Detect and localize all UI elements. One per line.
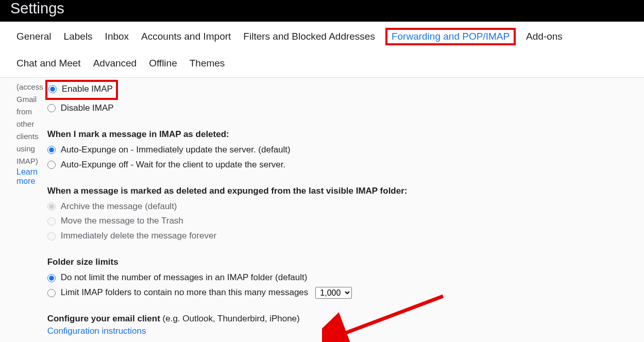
last-folder-group: When a message is marked as deleted and … [47,186,644,244]
limit-radio[interactable] [47,289,56,297]
settings-tabs: General Labels Inbox Accounts and Import… [0,22,644,78]
configure-bold: Configure your email client [47,314,160,323]
enable-imap-label: Enable IMAP [62,82,113,97]
tab-offline[interactable]: Offline [149,58,177,69]
delete-forever-label: Immediately delete the message forever [61,229,216,244]
configuration-instructions-link[interactable]: Configuration instructions [47,326,146,336]
disable-imap-label: Disable IMAP [61,101,114,116]
tab-labels[interactable]: Labels [64,31,93,42]
tab-addons[interactable]: Add-ons [526,31,563,42]
tab-advanced[interactable]: Advanced [93,58,137,69]
header-bar: Settings [0,0,644,22]
folder-limits-group: Folder size limits Do not limit the numb… [47,257,644,300]
settings-options: Enable IMAP Disable IMAP When I mark a m… [47,78,644,342]
highlight-forwarding-tab: Forwarding and POP/IMAP [385,28,516,45]
limit-row[interactable]: Limit IMAP folders to contain no more th… [47,285,644,300]
nolimit-label: Do not limit the number of messages in a… [61,270,308,285]
archive-radio[interactable] [47,202,56,211]
tab-general[interactable]: General [16,31,52,42]
trash-label: Move the message to the Trash [61,214,183,229]
tab-chat[interactable]: Chat and Meet [16,58,81,69]
page-title: Settings [10,0,64,16]
tab-accounts[interactable]: Accounts and Import [141,31,231,42]
tab-themes[interactable]: Themes [190,58,225,69]
settings-content: (access Gmail from other clients using I… [0,78,644,342]
tab-inbox[interactable]: Inbox [105,31,129,42]
disable-imap-row[interactable]: Disable IMAP [47,101,644,116]
expunge-on-radio[interactable] [47,146,56,154]
limit-label: Limit IMAP folders to contain no more th… [61,285,309,300]
disable-imap-radio[interactable] [47,104,56,112]
configure-line: Configure your email client (e.g. Outloo… [47,314,644,324]
configure-rest: (e.g. Outlook, Thunderbird, iPhone) [160,314,300,323]
highlight-enable-imap: Enable IMAP [45,80,118,100]
expunge-title: When I mark a message in IMAP as deleted… [47,129,644,140]
expunge-off-label: Auto-Expunge off - Wait for the client t… [61,158,286,173]
tab-filters[interactable]: Filters and Blocked Addresses [243,31,375,42]
last-folder-title: When a message is marked as deleted and … [47,186,644,196]
expunge-group: When I mark a message in IMAP as deleted… [47,129,644,173]
delete-forever-radio[interactable] [47,232,56,241]
section-side-label: (access Gmail from other clients using I… [16,78,47,342]
delete-forever-row[interactable]: Immediately delete the message forever [47,229,644,244]
enable-imap-radio[interactable] [48,85,57,93]
archive-label: Archive the message (default) [61,199,177,214]
limit-count-select[interactable]: 1,000 [315,287,352,299]
trash-row[interactable]: Move the message to the Trash [47,214,644,229]
folder-limits-title: Folder size limits [47,257,644,267]
expunge-on-label: Auto-Expunge on - Immediately update the… [61,143,291,158]
learn-more-link[interactable]: Learn more [16,167,43,186]
expunge-off-radio[interactable] [47,161,56,169]
configure-group: Configure your email client (e.g. Outloo… [47,314,644,336]
archive-row[interactable]: Archive the message (default) [47,199,644,214]
expunge-on-row[interactable]: Auto-Expunge on - Immediately update the… [47,143,644,158]
enable-imap-row[interactable]: Enable IMAP [48,82,113,97]
nolimit-radio[interactable] [47,274,56,282]
nolimit-row[interactable]: Do not limit the number of messages in a… [47,270,644,285]
tab-forwarding[interactable]: Forwarding and POP/IMAP [392,31,510,42]
imap-access-group: Enable IMAP Disable IMAP [47,80,644,116]
trash-radio[interactable] [47,217,56,226]
expunge-off-row[interactable]: Auto-Expunge off - Wait for the client t… [47,158,644,173]
imap-hint-text: (access Gmail from other clients using I… [16,81,43,167]
